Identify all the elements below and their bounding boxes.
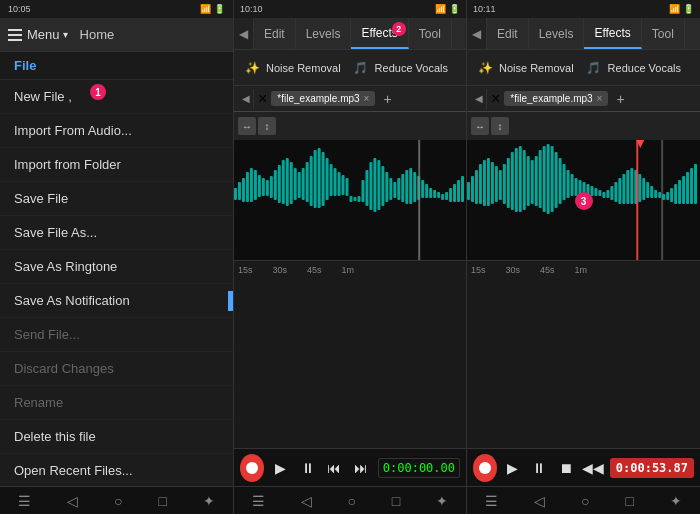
svg-rect-59 — [418, 140, 420, 260]
file-tab-close-2[interactable]: × — [364, 93, 370, 104]
record-btn-2[interactable] — [240, 454, 264, 482]
status-icons-2: 📶 🔋 — [435, 4, 460, 14]
nav-circle-icon[interactable]: ○ — [114, 493, 122, 509]
nav-menu-icon-3[interactable]: ☰ — [485, 493, 498, 509]
menu-item-rename: Rename — [0, 386, 233, 420]
tab-close-x-3[interactable]: × — [491, 90, 500, 108]
tab-tools-2[interactable]: Tool — [409, 18, 452, 49]
svg-rect-80 — [543, 146, 546, 212]
play-btn-2[interactable]: ▶ — [270, 456, 291, 480]
svg-rect-40 — [389, 178, 392, 200]
svg-rect-101 — [626, 170, 629, 204]
tab-left-arrow-2[interactable]: ◀ — [238, 89, 254, 109]
nav-star-icon-3[interactable]: ✦ — [670, 493, 682, 509]
tab-levels-2[interactable]: Levels — [296, 18, 352, 49]
hamburger-icon — [8, 29, 22, 41]
home-button[interactable]: Home — [80, 27, 115, 42]
nav-back-icon-2[interactable]: ◁ — [301, 493, 312, 509]
bottom-nav-1: ☰ ◁ ○ □ ✦ — [0, 486, 233, 514]
svg-rect-114 — [678, 180, 681, 204]
file-tab-close-3[interactable]: × — [597, 93, 603, 104]
menu-item-save-file[interactable]: Save File — [0, 182, 233, 216]
file-tab-2[interactable]: *file_example.mp3 × — [271, 91, 375, 106]
svg-rect-83 — [555, 152, 558, 208]
menu-item-import-audio[interactable]: Import From Audio... — [0, 114, 233, 148]
badge-3: 3 — [575, 192, 593, 210]
zoom-out-btn-3[interactable]: ↕ — [491, 117, 509, 135]
reduce-vocals-btn-3[interactable]: 🎵 Reduce Vocals — [584, 58, 681, 78]
noise-removal-btn-2[interactable]: ✨ Noise Removal — [242, 58, 341, 78]
menu-item-send-file: Send File... — [0, 318, 233, 352]
pause-btn-2[interactable]: ⏸ — [297, 456, 318, 480]
status-icons-1: 📶 🔋 — [200, 4, 225, 14]
stop-btn-3[interactable]: ⏹ — [555, 456, 575, 480]
nav-square-icon[interactable]: □ — [158, 493, 166, 509]
noise-removal-btn-3[interactable]: ✨ Noise Removal — [475, 58, 574, 78]
status-bar-2: 10:10 📶 🔋 — [234, 0, 466, 18]
panel-left-arrow-2[interactable]: ◀ — [234, 18, 254, 49]
tab-levels-3[interactable]: Levels — [529, 18, 585, 49]
nav-tabs-3: ◀ Edit Levels Effects Tool — [467, 18, 700, 50]
tab-effects-2[interactable]: Effects 2 — [351, 18, 408, 49]
nav-star-icon[interactable]: ✦ — [203, 493, 215, 509]
add-tab-btn-3[interactable]: + — [612, 91, 628, 107]
nav-circle-icon-2[interactable]: ○ — [348, 493, 356, 509]
menu-item-save-ringtone[interactable]: Save As Ringtone — [0, 250, 233, 284]
svg-rect-77 — [531, 160, 534, 204]
svg-rect-24 — [326, 158, 329, 200]
svg-rect-100 — [622, 174, 625, 204]
tab-effects-3[interactable]: Effects — [584, 18, 641, 49]
panel-editor-2: 10:10 📶 🔋 ◀ Edit Levels Effects 2 Tool ✨… — [233, 0, 466, 514]
svg-rect-51 — [433, 190, 436, 198]
nav-square-icon-2[interactable]: □ — [392, 493, 400, 509]
skip-back-btn-2[interactable]: ⏮ — [324, 456, 345, 480]
svg-rect-42 — [397, 178, 400, 200]
svg-rect-56 — [453, 184, 456, 202]
nav-menu-icon[interactable]: ☰ — [18, 493, 31, 509]
skip-fwd-btn-2[interactable]: ⏭ — [351, 456, 372, 480]
reduce-vocals-icon-2: 🎵 — [351, 58, 371, 78]
svg-rect-78 — [535, 156, 538, 206]
menu-item-import-folder[interactable]: Import from Folder — [0, 148, 233, 182]
record-btn-3[interactable] — [473, 454, 497, 482]
zoom-in-btn-3[interactable]: ↔ — [471, 117, 489, 135]
nav-back-icon-3[interactable]: ◁ — [534, 493, 545, 509]
tab-edit-2[interactable]: Edit — [254, 18, 296, 49]
zoom-out-btn-2[interactable]: ↕ — [258, 117, 276, 135]
zoom-in-btn-2[interactable]: ↔ — [238, 117, 256, 135]
menu-item-save-file-as[interactable]: Save File As... — [0, 216, 233, 250]
waveform-nav-3: ↔ ↕ — [467, 112, 700, 140]
svg-rect-35 — [369, 162, 372, 210]
play-btn-3[interactable]: ▶ — [503, 456, 523, 480]
menu-item-open-recent[interactable]: Open Recent Files... — [0, 454, 233, 486]
menu-button[interactable]: Menu ▾ — [8, 27, 68, 42]
record-dot-3 — [479, 462, 491, 474]
add-tab-btn-2[interactable]: + — [379, 91, 395, 107]
menu-item-new-file[interactable]: New File , 1 — [0, 80, 233, 114]
nav-star-icon-2[interactable]: ✦ — [436, 493, 448, 509]
nav-circle-icon-3[interactable]: ○ — [581, 493, 589, 509]
menu-item-delete[interactable]: Delete this file — [0, 420, 233, 454]
status-bar-3: 10:11 📶 🔋 — [467, 0, 700, 18]
waveform-svg-2 — [234, 140, 466, 260]
nav-menu-icon-2[interactable]: ☰ — [252, 493, 265, 509]
reduce-vocals-btn-2[interactable]: 🎵 Reduce Vocals — [351, 58, 448, 78]
nav-square-icon-3[interactable]: □ — [625, 493, 633, 509]
tab-tools-3[interactable]: Tool — [642, 18, 685, 49]
pause-btn-3[interactable]: ⏸ — [529, 456, 549, 480]
nav-back-icon[interactable]: ◁ — [67, 493, 78, 509]
panel-left-arrow-3[interactable]: ◀ — [467, 18, 487, 49]
volume-btn-3[interactable]: ◀◀ — [582, 456, 604, 480]
tab-close-x-2[interactable]: × — [258, 90, 267, 108]
file-tab-3[interactable]: *file_example.mp3 × — [504, 91, 608, 106]
svg-rect-11 — [274, 170, 277, 200]
svg-rect-37 — [377, 160, 380, 210]
menu-item-save-notification[interactable]: Save As Notification — [0, 284, 233, 318]
svg-rect-94 — [598, 190, 601, 196]
tab-left-arrow-3[interactable]: ◀ — [471, 89, 487, 109]
svg-rect-21 — [314, 150, 317, 208]
badge-effects-2: 2 — [392, 22, 406, 36]
transport-bar-3: ▶ ⏸ ⏹ ◀◀ 0:00:53.87 — [467, 448, 700, 486]
tab-edit-3[interactable]: Edit — [487, 18, 529, 49]
svg-rect-79 — [539, 150, 542, 208]
